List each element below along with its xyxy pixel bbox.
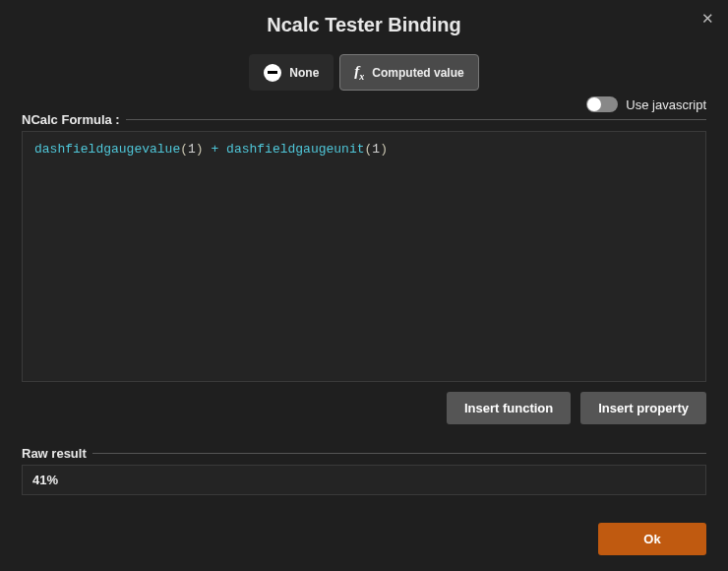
formula-section-label: NCalc Formula : [22,112,706,127]
tab-none[interactable]: None [249,54,334,91]
raw-label-text: Raw result [22,446,87,461]
use-javascript-toggle[interactable] [586,96,618,112]
tab-computed-label: Computed value [372,66,463,80]
token-fn: dashfieldgaugeunit [226,142,364,157]
raw-result-field[interactable]: 41% [22,465,706,495]
insert-property-button[interactable]: Insert property [580,392,706,424]
token-num: 1 [372,142,380,157]
token-paren: ) [196,142,204,157]
tab-none-label: None [289,66,319,80]
insert-function-button[interactable]: Insert function [447,392,571,424]
dialog-title: Ncalc Tester Binding [0,0,728,36]
token-op: + [204,142,226,157]
close-icon[interactable]: ✕ [701,10,714,28]
tab-computed-value[interactable]: fx Computed value [339,54,478,91]
token-paren: ( [180,142,188,157]
raw-result-label: Raw result [22,446,706,461]
binding-mode-tabs: None fx Computed value [0,54,728,91]
use-javascript-label: Use javascript [626,97,706,112]
token-paren: ) [380,142,388,157]
token-num: 1 [188,142,196,157]
token-fn: dashfieldgaugevalue [34,142,180,157]
formula-label-text: NCalc Formula : [22,112,120,127]
formula-editor[interactable]: dashfieldgaugevalue(1) + dashfieldgaugeu… [22,131,706,382]
none-icon [264,64,281,82]
fx-icon: fx [354,63,364,82]
ok-button[interactable]: Ok [598,523,706,555]
